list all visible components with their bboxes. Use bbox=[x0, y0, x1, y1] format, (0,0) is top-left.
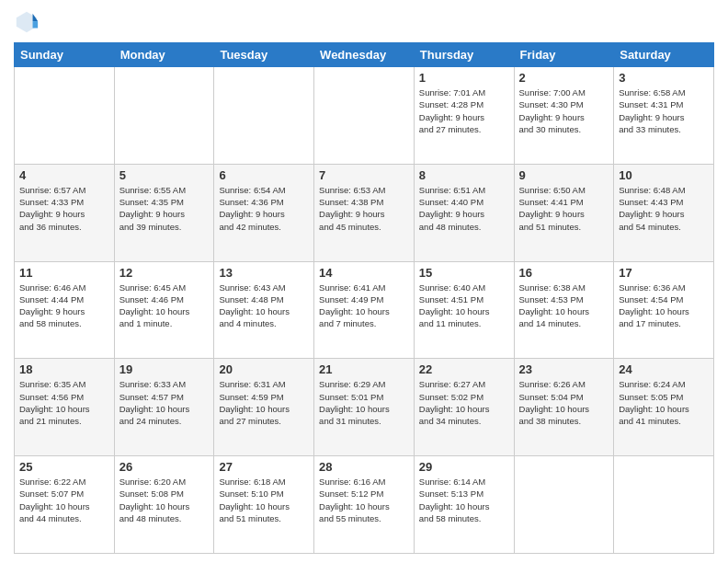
day-cell: 21Sunrise: 6:29 AM Sunset: 5:01 PM Dayli… bbox=[314, 359, 415, 456]
day-info: Sunrise: 6:40 AM Sunset: 4:51 PM Dayligh… bbox=[419, 282, 509, 330]
day-cell: 28Sunrise: 6:16 AM Sunset: 5:12 PM Dayli… bbox=[314, 456, 415, 554]
day-info: Sunrise: 6:38 AM Sunset: 4:53 PM Dayligh… bbox=[519, 282, 609, 330]
weekday-header-thursday: Thursday bbox=[414, 43, 514, 67]
weekday-header-row: SundayMondayTuesdayWednesdayThursdayFrid… bbox=[15, 43, 714, 67]
week-row-2: 4Sunrise: 6:57 AM Sunset: 4:33 PM Daylig… bbox=[15, 164, 714, 261]
day-cell: 17Sunrise: 6:36 AM Sunset: 4:54 PM Dayli… bbox=[614, 261, 714, 359]
day-cell bbox=[15, 67, 115, 165]
day-number: 20 bbox=[219, 362, 309, 376]
day-number: 9 bbox=[519, 168, 609, 182]
day-cell: 8Sunrise: 6:51 AM Sunset: 4:40 PM Daylig… bbox=[414, 164, 514, 261]
day-number: 6 bbox=[219, 168, 309, 182]
day-cell: 14Sunrise: 6:41 AM Sunset: 4:49 PM Dayli… bbox=[314, 261, 415, 359]
day-number: 24 bbox=[619, 362, 709, 376]
day-cell: 15Sunrise: 6:40 AM Sunset: 4:51 PM Dayli… bbox=[414, 261, 514, 359]
day-cell: 9Sunrise: 6:50 AM Sunset: 4:41 PM Daylig… bbox=[514, 164, 614, 261]
day-number: 23 bbox=[519, 362, 609, 376]
day-number: 16 bbox=[519, 266, 609, 280]
day-info: Sunrise: 6:29 AM Sunset: 5:01 PM Dayligh… bbox=[319, 378, 409, 427]
day-info: Sunrise: 6:36 AM Sunset: 4:54 PM Dayligh… bbox=[619, 282, 709, 330]
day-cell bbox=[614, 456, 714, 554]
day-info: Sunrise: 6:31 AM Sunset: 4:59 PM Dayligh… bbox=[219, 378, 309, 427]
day-info: Sunrise: 7:01 AM Sunset: 4:28 PM Dayligh… bbox=[419, 86, 509, 135]
day-info: Sunrise: 6:50 AM Sunset: 4:41 PM Dayligh… bbox=[519, 184, 609, 233]
day-info: Sunrise: 6:48 AM Sunset: 4:43 PM Dayligh… bbox=[619, 184, 709, 233]
day-cell bbox=[114, 67, 214, 165]
day-info: Sunrise: 6:33 AM Sunset: 4:57 PM Dayligh… bbox=[119, 378, 210, 427]
day-number: 26 bbox=[119, 460, 210, 474]
svg-marker-1 bbox=[33, 14, 39, 21]
day-info: Sunrise: 6:51 AM Sunset: 4:40 PM Dayligh… bbox=[419, 184, 509, 233]
day-cell: 16Sunrise: 6:38 AM Sunset: 4:53 PM Dayli… bbox=[514, 261, 614, 359]
day-info: Sunrise: 6:41 AM Sunset: 4:49 PM Dayligh… bbox=[319, 282, 409, 330]
day-cell: 18Sunrise: 6:35 AM Sunset: 4:56 PM Dayli… bbox=[15, 359, 115, 456]
day-number: 10 bbox=[619, 168, 709, 182]
day-info: Sunrise: 6:43 AM Sunset: 4:48 PM Dayligh… bbox=[219, 282, 309, 330]
day-cell: 22Sunrise: 6:27 AM Sunset: 5:02 PM Dayli… bbox=[414, 359, 514, 456]
day-info: Sunrise: 6:20 AM Sunset: 5:08 PM Dayligh… bbox=[119, 476, 210, 524]
weekday-header-saturday: Saturday bbox=[614, 43, 714, 67]
svg-marker-2 bbox=[33, 21, 39, 28]
day-cell: 4Sunrise: 6:57 AM Sunset: 4:33 PM Daylig… bbox=[15, 164, 115, 261]
day-cell: 7Sunrise: 6:53 AM Sunset: 4:38 PM Daylig… bbox=[314, 164, 415, 261]
day-number: 3 bbox=[619, 71, 709, 85]
day-info: Sunrise: 6:24 AM Sunset: 5:05 PM Dayligh… bbox=[619, 378, 709, 427]
day-cell bbox=[314, 67, 415, 165]
day-number: 5 bbox=[119, 168, 210, 182]
day-number: 22 bbox=[419, 362, 509, 376]
day-info: Sunrise: 6:55 AM Sunset: 4:35 PM Dayligh… bbox=[119, 184, 210, 233]
day-cell: 13Sunrise: 6:43 AM Sunset: 4:48 PM Dayli… bbox=[214, 261, 314, 359]
day-number: 2 bbox=[519, 71, 609, 85]
day-cell: 6Sunrise: 6:54 AM Sunset: 4:36 PM Daylig… bbox=[214, 164, 314, 261]
day-info: Sunrise: 6:54 AM Sunset: 4:36 PM Dayligh… bbox=[219, 184, 309, 233]
day-cell: 5Sunrise: 6:55 AM Sunset: 4:35 PM Daylig… bbox=[114, 164, 214, 261]
day-cell: 11Sunrise: 6:46 AM Sunset: 4:44 PM Dayli… bbox=[15, 261, 115, 359]
day-number: 12 bbox=[119, 266, 210, 280]
day-info: Sunrise: 6:22 AM Sunset: 5:07 PM Dayligh… bbox=[19, 476, 109, 524]
day-info: Sunrise: 6:16 AM Sunset: 5:12 PM Dayligh… bbox=[319, 476, 409, 524]
day-number: 14 bbox=[319, 266, 409, 280]
day-number: 27 bbox=[219, 460, 309, 474]
day-number: 15 bbox=[419, 266, 509, 280]
day-cell: 12Sunrise: 6:45 AM Sunset: 4:46 PM Dayli… bbox=[114, 261, 214, 359]
day-info: Sunrise: 6:26 AM Sunset: 5:04 PM Dayligh… bbox=[519, 378, 609, 427]
calendar-table: SundayMondayTuesdayWednesdayThursdayFrid… bbox=[14, 42, 714, 554]
day-cell: 23Sunrise: 6:26 AM Sunset: 5:04 PM Dayli… bbox=[514, 359, 614, 456]
day-number: 13 bbox=[219, 266, 309, 280]
day-info: Sunrise: 6:46 AM Sunset: 4:44 PM Dayligh… bbox=[19, 282, 109, 330]
day-info: Sunrise: 6:58 AM Sunset: 4:31 PM Dayligh… bbox=[619, 86, 709, 135]
day-cell: 29Sunrise: 6:14 AM Sunset: 5:13 PM Dayli… bbox=[414, 456, 514, 554]
page: SundayMondayTuesdayWednesdayThursdayFrid… bbox=[0, 0, 728, 563]
day-info: Sunrise: 6:53 AM Sunset: 4:38 PM Dayligh… bbox=[319, 184, 409, 233]
day-cell: 26Sunrise: 6:20 AM Sunset: 5:08 PM Dayli… bbox=[114, 456, 214, 554]
logo-icon bbox=[14, 9, 40, 35]
day-number: 11 bbox=[19, 266, 109, 280]
day-cell: 1Sunrise: 7:01 AM Sunset: 4:28 PM Daylig… bbox=[414, 67, 514, 165]
day-info: Sunrise: 6:14 AM Sunset: 5:13 PM Dayligh… bbox=[419, 476, 509, 524]
day-cell: 25Sunrise: 6:22 AM Sunset: 5:07 PM Dayli… bbox=[15, 456, 115, 554]
logo bbox=[14, 9, 43, 35]
day-cell bbox=[514, 456, 614, 554]
day-number: 19 bbox=[119, 362, 210, 376]
day-info: Sunrise: 6:35 AM Sunset: 4:56 PM Dayligh… bbox=[19, 378, 109, 427]
day-number: 25 bbox=[19, 460, 109, 474]
day-info: Sunrise: 7:00 AM Sunset: 4:30 PM Dayligh… bbox=[519, 86, 609, 135]
header bbox=[14, 9, 714, 35]
day-number: 29 bbox=[419, 460, 509, 474]
day-number: 8 bbox=[419, 168, 509, 182]
day-cell: 10Sunrise: 6:48 AM Sunset: 4:43 PM Dayli… bbox=[614, 164, 714, 261]
weekday-header-sunday: Sunday bbox=[15, 43, 115, 67]
day-number: 21 bbox=[319, 362, 409, 376]
day-number: 7 bbox=[319, 168, 409, 182]
day-info: Sunrise: 6:18 AM Sunset: 5:10 PM Dayligh… bbox=[219, 476, 309, 524]
day-number: 18 bbox=[19, 362, 109, 376]
week-row-1: 1Sunrise: 7:01 AM Sunset: 4:28 PM Daylig… bbox=[15, 67, 714, 165]
week-row-5: 25Sunrise: 6:22 AM Sunset: 5:07 PM Dayli… bbox=[15, 456, 714, 554]
weekday-header-friday: Friday bbox=[514, 43, 614, 67]
day-cell: 2Sunrise: 7:00 AM Sunset: 4:30 PM Daylig… bbox=[514, 67, 614, 165]
day-cell: 20Sunrise: 6:31 AM Sunset: 4:59 PM Dayli… bbox=[214, 359, 314, 456]
weekday-header-tuesday: Tuesday bbox=[214, 43, 314, 67]
day-cell: 27Sunrise: 6:18 AM Sunset: 5:10 PM Dayli… bbox=[214, 456, 314, 554]
day-number: 17 bbox=[619, 266, 709, 280]
weekday-header-wednesday: Wednesday bbox=[314, 43, 415, 67]
